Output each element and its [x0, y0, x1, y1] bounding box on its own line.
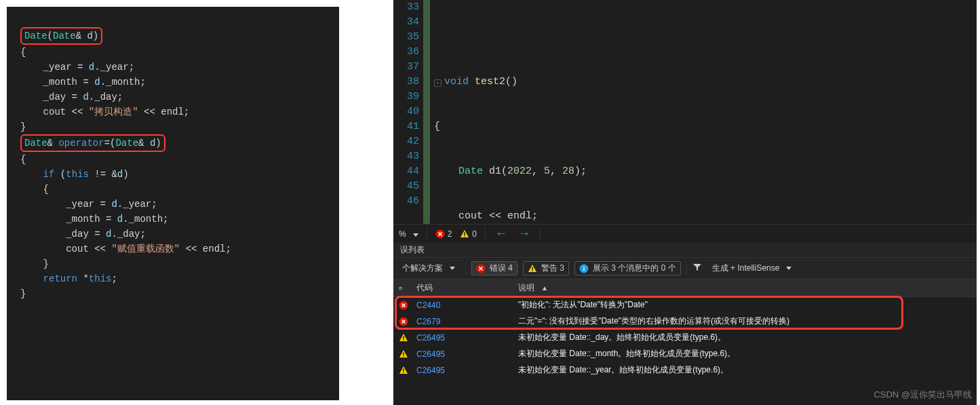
error-list-toolbar: 个解决方案 错误 4 警告 3 展示 3 个消息中的 0 个 生成 + Inte… — [393, 257, 977, 279]
prev-issue-button[interactable]: ← — [494, 227, 509, 241]
warning-icon — [399, 366, 408, 375]
warning-filter-button[interactable]: 警告 3 — [523, 261, 569, 275]
header-description[interactable]: 说明▲ — [513, 279, 977, 296]
svg-rect-4 — [532, 267, 532, 269]
code-area[interactable]: 3334353637383940414243444546 -void test2… — [393, 0, 977, 224]
svg-rect-14 — [403, 355, 404, 356]
svg-rect-8 — [583, 266, 584, 267]
svg-rect-5 — [532, 270, 532, 271]
svg-rect-12 — [403, 339, 404, 340]
next-issue-button[interactable]: → — [517, 227, 532, 241]
table-header: ¤ 代码 说明▲ — [393, 279, 977, 297]
svg-rect-13 — [403, 352, 404, 355]
build-source-dropdown[interactable]: 生成 + IntelliSense — [707, 261, 797, 276]
change-marker — [423, 0, 430, 224]
svg-rect-15 — [403, 368, 404, 371]
highlight-copy-ctor: Date(Date& d) — [20, 27, 102, 45]
error-icon — [399, 301, 408, 310]
watermark: CSDN @逗你笑出马甲线 — [874, 389, 972, 401]
fold-icon[interactable]: - — [434, 79, 442, 87]
filter-icon[interactable] — [692, 263, 702, 274]
line-gutter: 3334353637383940414243444546 — [393, 0, 423, 209]
svg-rect-16 — [403, 372, 404, 372]
status-error-count[interactable]: 2 — [435, 229, 452, 239]
error-icon — [399, 317, 408, 326]
code-editor-right: 3334353637383940414243444546 -void test2… — [393, 0, 977, 405]
svg-rect-1 — [465, 232, 465, 235]
table-row[interactable]: C26495未初始化变量 Date::_day。始终初始化成员变量(type.6… — [393, 330, 977, 346]
error-icon — [435, 229, 445, 239]
warning-icon — [460, 229, 469, 239]
error-icon — [476, 264, 486, 273]
status-warning-count[interactable]: 0 — [460, 229, 477, 239]
header-code[interactable]: 代码 — [411, 279, 513, 296]
svg-rect-2 — [465, 235, 465, 236]
sort-asc-icon: ▲ — [541, 284, 548, 292]
zoom-level[interactable]: % — [399, 229, 418, 239]
table-body: C2440"初始化": 无法从"Date"转换为"Date" C2679二元"=… — [393, 297, 977, 379]
error-list-title: 误列表 — [393, 243, 977, 257]
svg-rect-11 — [403, 336, 404, 339]
header-severity[interactable]: ¤ — [393, 279, 411, 296]
info-icon — [579, 264, 589, 273]
svg-rect-7 — [583, 267, 584, 271]
editor-status-bar: % 2 0 ← → — [393, 224, 977, 243]
scope-dropdown[interactable]: 个解决方案 — [397, 261, 460, 276]
table-row[interactable]: C26495未初始化变量 Date::_year。始终初始化成员变量(type.… — [393, 362, 977, 379]
warning-icon — [528, 264, 537, 273]
highlight-assign-op: Date& operator=(Date& d) — [20, 134, 165, 152]
table-row[interactable]: C2440"初始化": 无法从"Date"转换为"Date" — [393, 297, 977, 313]
warning-icon — [399, 349, 408, 359]
info-filter-button[interactable]: 展示 3 个消息中的 0 个 — [574, 261, 681, 275]
table-row[interactable]: C2679二元"=": 没有找到接受"Date"类型的右操作数的运算符(或没有可… — [393, 313, 977, 330]
error-filter-button[interactable]: 错误 4 — [471, 261, 517, 275]
table-row[interactable]: C26495未初始化变量 Date::_month。始终初始化成员变量(type… — [393, 346, 977, 362]
warning-icon — [399, 333, 408, 343]
code-editor-left: Date(Date& d) { _year = d._year; _month … — [7, 7, 339, 400]
error-table: ¤ 代码 说明▲ C2440"初始化": 无法从"Date"转换为"Date" … — [393, 279, 977, 405]
